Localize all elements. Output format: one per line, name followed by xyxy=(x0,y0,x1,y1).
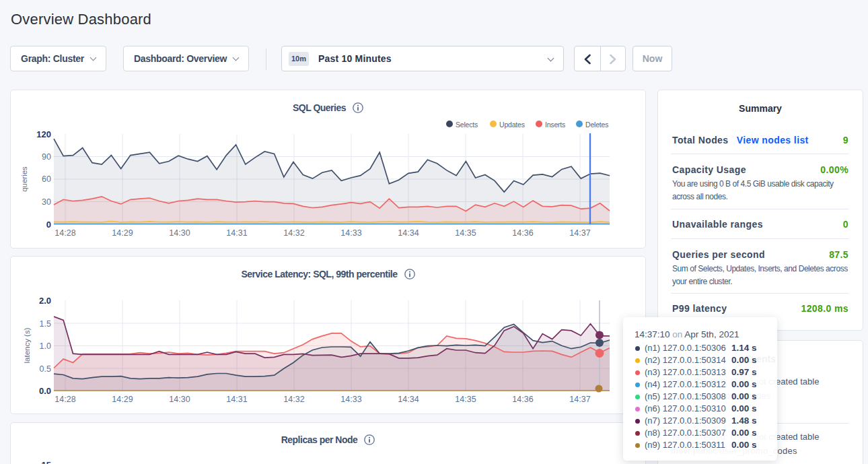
svg-text:15: 15 xyxy=(42,460,51,464)
svg-text:14:36: 14:36 xyxy=(512,395,533,404)
svg-text:14:29: 14:29 xyxy=(112,228,133,238)
svg-text:14:31: 14:31 xyxy=(226,395,247,404)
svg-text:14:33: 14:33 xyxy=(340,228,361,238)
svg-text:120: 120 xyxy=(36,129,51,139)
svg-text:14:37: 14:37 xyxy=(569,228,590,238)
svg-text:14:33: 14:33 xyxy=(340,395,361,404)
svg-text:14:30: 14:30 xyxy=(169,228,190,238)
svg-text:queries: queries xyxy=(20,166,28,192)
svg-text:0.0: 0.0 xyxy=(39,386,51,396)
svg-text:14:28: 14:28 xyxy=(55,395,75,404)
svg-text:2.0: 2.0 xyxy=(39,296,51,306)
svg-text:90: 90 xyxy=(42,152,51,162)
svg-text:14:36: 14:36 xyxy=(512,228,533,238)
svg-text:14:37: 14:37 xyxy=(569,395,590,404)
svg-text:14:31: 14:31 xyxy=(226,228,247,238)
svg-text:30: 30 xyxy=(42,197,51,207)
svg-text:14:32: 14:32 xyxy=(283,395,304,404)
svg-text:14:28: 14:28 xyxy=(55,228,75,238)
svg-text:14:34: 14:34 xyxy=(398,395,419,404)
svg-text:14:35: 14:35 xyxy=(455,228,476,238)
svg-text:1.0: 1.0 xyxy=(40,341,51,351)
svg-text:14:35: 14:35 xyxy=(455,395,476,404)
svg-text:14:29: 14:29 xyxy=(112,395,133,404)
svg-text:14:32: 14:32 xyxy=(283,228,304,238)
svg-text:60: 60 xyxy=(42,174,51,184)
svg-text:0: 0 xyxy=(46,220,51,230)
svg-text:14:34: 14:34 xyxy=(398,228,419,238)
svg-text:1.5: 1.5 xyxy=(40,319,51,329)
svg-text:14:30: 14:30 xyxy=(169,395,190,404)
svg-text:0.5: 0.5 xyxy=(40,364,51,374)
svg-text:latency (s): latency (s) xyxy=(23,327,31,363)
